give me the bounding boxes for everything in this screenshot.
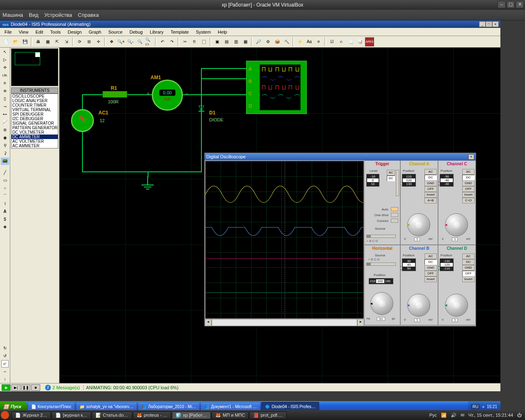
mode-toolbar[interactable]: ↖ ▷ ✛ LBL ≡ ≋ ▯ ⊸ ⊷ 📈 ⊚ ◉ ⚲ ⚳ 📟 ╱ ▭ ○ ⌒ … — [0, 48, 10, 383]
tb-blockrotate-icon[interactable]: ▥ — [231, 37, 240, 46]
ubuntu-task[interactable]: 🦊МП и МПС — [212, 411, 249, 419]
ubuntu-task[interactable]: 🦊proteus - … — [133, 411, 171, 419]
osc-display-screen[interactable] — [205, 161, 364, 319]
tool-component-icon[interactable]: ▷ — [1, 56, 9, 64]
tool-flip-v-icon[interactable]: ↕ — [1, 376, 9, 383]
tool-terminal-icon[interactable]: ⊸ — [1, 103, 9, 110]
tool-select-icon[interactable]: ↖ — [1, 48, 9, 56]
chc-volts-dial[interactable] — [445, 213, 468, 236]
tool-script-icon[interactable]: ≡ — [1, 80, 9, 87]
tool-probe-v-icon[interactable]: ⚲ — [1, 142, 9, 149]
menu-template[interactable]: Template — [168, 29, 192, 35]
instruments-list[interactable]: OSCILLOSCOPE LOGIC ANALYSER COUNTER TIME… — [11, 94, 58, 148]
host-menu-machine[interactable]: Машина — [2, 12, 23, 18]
menu-file[interactable]: File — [2, 29, 15, 35]
ubuntu-taskbar[interactable]: 📄Журнал 2… 📄[журнал к… 📝Статья.do… 🦊prot… — [0, 410, 525, 420]
tb-area-icon[interactable]: ▦ — [43, 37, 52, 46]
ubuntu-task[interactable]: 📕prot_pdf.… — [249, 411, 286, 419]
list-item[interactable]: VIRTUAL TERMINAL — [11, 107, 58, 112]
tb-zoomall-icon[interactable]: 🔍 — [135, 37, 144, 46]
chd-off-button[interactable]: OFF — [462, 271, 475, 276]
chd-ac-button[interactable]: AC — [462, 253, 475, 259]
menu-graph[interactable]: Graph — [86, 29, 104, 35]
osc-horizontal-scrollbar[interactable]: ◂ ▸ — [205, 319, 364, 326]
xp-tray-lang[interactable]: RU — [471, 404, 479, 409]
tb-report-icon[interactable]: 📊 — [356, 37, 365, 46]
tb-refresh-icon[interactable]: ⟳ — [75, 37, 84, 46]
tool-tape-icon[interactable]: ⊚ — [1, 126, 9, 134]
cha-dc-button[interactable]: DC — [425, 175, 437, 180]
menu-design[interactable]: Design — [65, 29, 84, 35]
xp-task-item[interactable]: 📘Лабораторки_2010 - Mi… — [138, 402, 200, 411]
tb-copy-icon[interactable]: ⎘ — [190, 37, 199, 46]
list-item[interactable]: OSCILLOSCOPE — [11, 94, 58, 98]
list-item[interactable]: LOGIC ANALYSER — [11, 98, 58, 103]
scope-component[interactable]: A B C D — [246, 61, 307, 114]
tb-pick-icon[interactable]: 🔎 — [254, 37, 263, 46]
isis-toolbar[interactable]: 📄 📂 💾 🖶 ▦ ⇱ ⇲ ⟳ ⊞ ✛ ✥ 🔍+ 🔍- 🔍 🔍▭ ↶ ↷ ✂ ⎘… — [0, 36, 500, 48]
chb-invert-button[interactable]: Invert — [425, 276, 437, 282]
list-item[interactable]: SIGNAL GENERATOR — [11, 121, 58, 126]
list-item[interactable]: DC AMMETER — [11, 135, 58, 139]
isis-menu-bar[interactable]: File View Edit Tools Design Graph Source… — [0, 28, 500, 36]
sim-stop-button[interactable]: ■ — [31, 384, 40, 391]
chb-dc-button[interactable]: DC — [425, 259, 437, 265]
tb-origin-icon[interactable]: ✛ — [94, 37, 103, 46]
sim-pause-button[interactable]: ❚❚ — [21, 384, 30, 391]
tool-pin-icon[interactable]: ⊷ — [1, 111, 9, 118]
tb-zoomarea-icon[interactable]: 🔍▭ — [145, 37, 154, 46]
tb-export-icon[interactable]: ⇲ — [62, 37, 71, 46]
object-selector[interactable]: INSTRUMENTS OSCILLOSCOPE LOGIC ANALYSER … — [10, 48, 59, 383]
chc-dc-button[interactable]: DC — [462, 175, 475, 180]
ubuntu-logo-icon[interactable] — [1, 411, 9, 419]
xp-tray-chevron[interactable]: « — [482, 404, 484, 409]
ubuntu-clock[interactable]: Чт., 15 сент., 15:21:44 — [468, 413, 513, 418]
channel-c-panel[interactable]: Channel C Position -50-40-30 ▲▼ AC DC GN… — [438, 160, 476, 245]
list-item[interactable]: PATTERN GENERATOR — [11, 126, 58, 130]
tool-rot-ccw-icon[interactable]: ↺ — [1, 352, 9, 360]
tool-line-icon[interactable]: ╱ — [1, 169, 9, 176]
tb-blockmove-icon[interactable]: ▤ — [222, 37, 231, 46]
trigger-ac-button[interactable]: AC — [387, 170, 395, 176]
chc-off-button[interactable]: OFF — [462, 186, 475, 192]
chc-gnd-button[interactable]: GND — [462, 180, 475, 186]
cha-volts-dial[interactable] — [407, 213, 430, 236]
tb-import-icon[interactable]: ⇱ — [52, 37, 62, 46]
ubuntu-mail-icon[interactable]: ✉ — [461, 413, 464, 418]
trigger-dc-button[interactable]: DC — [387, 176, 395, 181]
tb-print-icon[interactable]: 🖶 — [34, 37, 43, 46]
chc-invert-button[interactable]: Invert — [462, 192, 475, 198]
overview-preview[interactable] — [11, 48, 58, 86]
scroll-left-button[interactable]: ◂ — [205, 319, 212, 326]
ubuntu-power-icon[interactable]: ⏻ — [517, 413, 522, 418]
host-close-button[interactable]: ✕ — [516, 1, 524, 8]
tb-search-icon[interactable]: Aa — [305, 37, 314, 46]
trigger-source-slider[interactable] — [366, 235, 396, 238]
tb-netlist-icon[interactable]: ⎌ — [337, 37, 346, 46]
horizontal-source-slider[interactable] — [366, 262, 396, 266]
host-maximize-button[interactable]: ▢ — [507, 1, 515, 8]
chd-position-spinner[interactable]: -130-120-110 — [440, 258, 454, 271]
tb-bom-icon[interactable]: 📃 — [346, 37, 355, 46]
tool-subcircuit-icon[interactable]: ▯ — [1, 95, 9, 103]
horizontal-panel[interactable]: Horizontal Source A B C D Position 21020… — [364, 245, 400, 325]
menu-system[interactable]: System — [193, 29, 214, 35]
scroll-right-button[interactable]: ▸ — [357, 319, 364, 326]
host-menu-bar[interactable]: Машина Вид Устройства Справка — [0, 10, 525, 21]
cha-ac-button[interactable]: AC — [425, 169, 437, 175]
tb-prop-icon[interactable]: ≡ — [314, 37, 323, 46]
chd-dc-button[interactable]: DC — [462, 259, 475, 265]
cha-gnd-button[interactable]: GND — [425, 180, 437, 186]
list-item[interactable]: SPI DEBUGGER — [11, 112, 58, 116]
list-item[interactable]: I2C DEBUGGER — [11, 116, 58, 121]
schematic-canvas[interactable]: R1 100R AM1 0.00 mA + − AC1 12 D1 DIODE … — [59, 48, 500, 383]
chd-gnd-button[interactable]: GND — [462, 265, 475, 271]
ac1-name[interactable]: AC1 — [98, 110, 108, 116]
ammeter-am1[interactable]: 0.00 mA — [152, 80, 183, 111]
xp-task-item[interactable]: 📄КонсультантПлюс — [27, 402, 75, 411]
isis-title-bar[interactable]: ISISDiode04 - ISIS Professional (Animati… — [0, 21, 500, 28]
chc-cd-button[interactable]: C+D — [462, 198, 475, 203]
tool-bus-icon[interactable]: ≋ — [1, 87, 9, 95]
trigger-edge-slider[interactable] — [396, 170, 399, 196]
ubuntu-task[interactable]: 📄[журнал к… — [52, 411, 91, 419]
